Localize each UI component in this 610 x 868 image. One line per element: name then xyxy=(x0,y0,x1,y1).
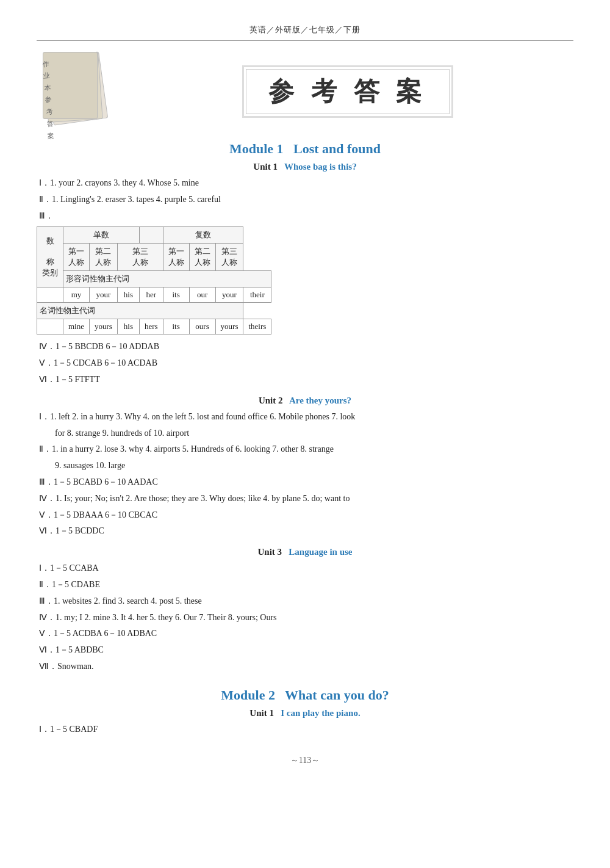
unit2-ii-cont: 9. sausages 10. large xyxy=(37,458,573,473)
unit1-iv: Ⅳ．1－5 BBCDB 6－10 ADDAB xyxy=(37,339,573,354)
title-box: 参 考 答 案 xyxy=(122,65,573,118)
noun-yours2: yours xyxy=(215,319,243,335)
col-r2: 第二人称 xyxy=(90,244,118,271)
noun-yours: yours xyxy=(90,319,118,335)
answer-title-border: 参 考 答 案 xyxy=(242,65,453,118)
adj-label: 形容词性物主代词 xyxy=(63,271,271,288)
unit1-title: Unit 1 Whose bag is this? xyxy=(37,162,573,172)
adj-their: their xyxy=(243,288,271,303)
adj-your: your xyxy=(90,288,118,303)
unit2-i: Ⅰ．1. left 2. in a hurry 3. Why 4. on the… xyxy=(37,410,573,424)
page: 英语／外研版／七年级／下册 作业本参考答案 参 考 答 案 Module 1 L… xyxy=(0,0,610,868)
module1-title: Module 1 Lost and found xyxy=(37,141,573,157)
col-r3: 第三人称 xyxy=(117,244,163,271)
unit1-question: Whose bag is this? xyxy=(284,162,357,172)
unit3-vi: Ⅵ．1－5 ABDBC xyxy=(37,643,573,657)
page-number: ～113～ xyxy=(37,755,573,766)
unit3-question: Language in use xyxy=(289,547,352,557)
noun-label: 名词性物主代词 xyxy=(37,303,243,319)
unit1-line1: Ⅰ．1. your 2. crayons 3. they 4. Whose 5.… xyxy=(37,176,573,190)
unit1-line2: Ⅱ．1. Lingling's 2. eraser 3. tapes 4. pu… xyxy=(37,192,573,207)
unit2-iv: Ⅳ．1. Is; your; No; isn't 2. Are those; t… xyxy=(37,491,573,506)
adj-your2: your xyxy=(215,288,243,303)
unit3-vii: Ⅶ．Snowman. xyxy=(37,659,573,674)
table-header-gap xyxy=(139,227,163,244)
page-header: 英语／外研版／七年级／下册 xyxy=(37,24,573,41)
noun-ours: ours xyxy=(189,319,215,335)
module2-unit1-question: I can play the piano. xyxy=(281,708,360,718)
adj-my: my xyxy=(63,288,90,303)
unit1-v: Ⅴ．1－5 CDCAB 6－10 ACDAB xyxy=(37,356,573,371)
unit3-label: Unit 3 xyxy=(257,547,282,557)
answer-title: 参 考 答 案 xyxy=(268,74,426,109)
adj-her: her xyxy=(139,288,163,303)
module2-title: Module 2 What can you do? xyxy=(37,687,573,703)
unit3-title: Unit 3 Language in use xyxy=(37,547,573,557)
col-r6: 第三人称 xyxy=(215,244,243,271)
banner-area: 作业本参考答案 参 考 答 案 xyxy=(37,52,573,131)
unit3-v: Ⅴ．1－5 ACDBA 6－10 ADBAC xyxy=(37,626,573,641)
noun-theirs: theirs xyxy=(243,319,271,335)
module2-subtitle: What can you do? xyxy=(285,687,389,703)
module2-number: Module 2 xyxy=(221,687,275,703)
unit1-vi: Ⅵ．1－5 FTFTT xyxy=(37,372,573,387)
col-r4: 第一人称 xyxy=(163,244,189,271)
unit1-line3: Ⅲ． xyxy=(37,209,573,223)
table-header-single: 单数 xyxy=(63,227,140,244)
noun-its: its xyxy=(163,319,189,335)
unit3-iv: Ⅳ．1. my; I 2. mine 3. It 4. her 5. they … xyxy=(37,610,573,625)
pronoun-table: 数称类别 单数 复数 第一人称 第二人称 第三人称 第一人称 第二人称 第三人称… xyxy=(37,226,271,335)
col-r5: 第二人称 xyxy=(189,244,215,271)
unit3-ii: Ⅱ．1－5 CDABE xyxy=(37,577,573,592)
unit3-i: Ⅰ．1－5 CCABA xyxy=(37,561,573,576)
unit2-question: Are they yours? xyxy=(289,396,351,405)
module2-unit1-label: Unit 1 xyxy=(249,708,274,718)
noun-hers: hers xyxy=(139,319,163,335)
module1-number: Module 1 xyxy=(229,141,284,156)
table-header-shu: 数称类别 xyxy=(37,227,63,288)
module2-unit1-i: Ⅰ．1－5 CBADF xyxy=(37,722,573,737)
col-r1: 第一人称 xyxy=(63,244,90,271)
unit2-title: Unit 2 Are they yours? xyxy=(37,396,573,406)
unit2-i-cont: for 8. strange 9. hundreds of 10. airpor… xyxy=(37,426,573,441)
unit1-label: Unit 1 xyxy=(253,162,278,172)
module1-subtitle: Lost and found xyxy=(293,141,381,156)
unit2-vi: Ⅵ．1－5 BCDDC xyxy=(37,524,573,538)
unit2-v: Ⅴ．1－5 DBAAA 6－10 CBCAC xyxy=(37,508,573,523)
header-title: 英语／外研版／七年级／下册 xyxy=(249,25,361,34)
unit2-label: Unit 2 xyxy=(259,396,283,405)
adj-our: our xyxy=(189,288,215,303)
unit3-iii: Ⅲ．1. websites 2. find 3. search 4. post … xyxy=(37,594,573,609)
table-header-plural: 复数 xyxy=(163,227,243,244)
noun-his: his xyxy=(117,319,139,335)
noun-mine: mine xyxy=(63,319,90,335)
book-decoration: 作业本参考答案 xyxy=(37,52,122,131)
noun-row-label xyxy=(37,319,63,335)
adj-row-label xyxy=(37,288,63,303)
module2-unit1-title: Unit 1 I can play the piano. xyxy=(37,708,573,718)
adj-its: its xyxy=(163,288,189,303)
adj-his: his xyxy=(117,288,139,303)
unit2-iii: Ⅲ．1－5 BCABD 6－10 AADAC xyxy=(37,475,573,490)
unit2-ii: Ⅱ．1. in a hurry 2. lose 3. why 4. airpor… xyxy=(37,442,573,457)
